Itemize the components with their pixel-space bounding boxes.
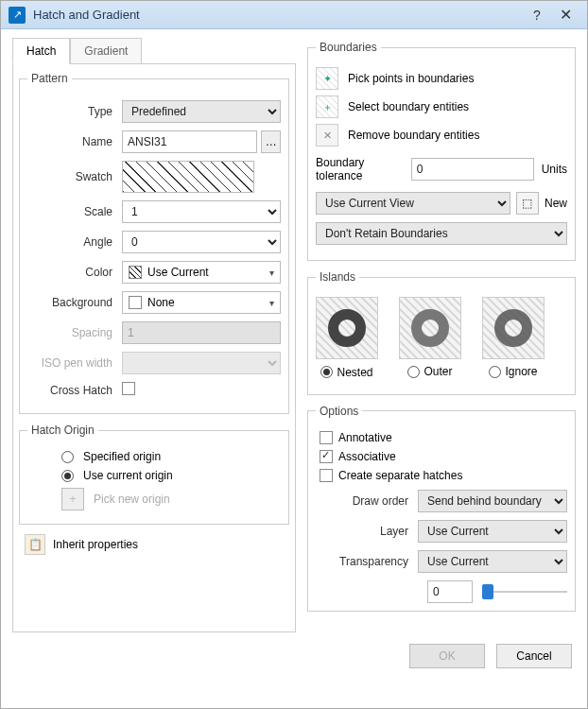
- checkbox-icon: [320, 450, 333, 463]
- radio-icon: [61, 451, 74, 463]
- app-icon: ↗: [9, 7, 26, 24]
- pick-points-icon: ✦: [316, 67, 338, 90]
- draworder-select[interactable]: Send behind boundary: [418, 490, 567, 512]
- ignore-radio[interactable]: Ignore: [489, 365, 537, 378]
- annotative-checkbox[interactable]: Annotative: [320, 431, 567, 444]
- transparency-select[interactable]: Use Current: [418, 550, 567, 573]
- spacing-input: [122, 321, 281, 344]
- crosshair-icon: +: [61, 488, 84, 510]
- boundaries-group: Boundaries ✦ Pick points in boundaries ＋…: [307, 41, 576, 261]
- options-legend: Options: [316, 405, 362, 418]
- none-swatch-icon: [129, 296, 142, 309]
- ok-button: OK: [409, 644, 485, 668]
- layer-label: Layer: [316, 525, 418, 538]
- current-origin-radio[interactable]: Use current origin: [61, 469, 281, 482]
- angle-label: Angle: [27, 235, 122, 249]
- swatch-preview[interactable]: [122, 161, 254, 193]
- outer-radio[interactable]: Outer: [407, 365, 452, 378]
- type-select[interactable]: Predefined: [122, 100, 281, 123]
- pick-points-label: Pick points in boundaries: [348, 72, 474, 85]
- name-browse-button[interactable]: …: [261, 130, 281, 153]
- cursor-icon: ⬚: [522, 197, 532, 210]
- ignore-label: Ignore: [505, 365, 537, 378]
- color-value: Use Current: [147, 266, 209, 279]
- islands-legend: Islands: [316, 270, 359, 284]
- boundary-set-select[interactable]: Use Current View: [316, 192, 510, 215]
- spacing-label: Spacing: [27, 326, 122, 339]
- outer-label: Outer: [424, 365, 452, 378]
- nested-preview: [316, 297, 378, 359]
- layer-select[interactable]: Use Current: [418, 520, 567, 543]
- radio-icon: [489, 366, 501, 378]
- name-input[interactable]: [122, 130, 257, 153]
- isopen-select: [122, 352, 281, 374]
- help-button[interactable]: ?: [523, 8, 551, 23]
- options-group: Options Annotative Associative Create se…: [307, 405, 576, 612]
- swatch-label: Swatch: [27, 170, 122, 183]
- islands-group: Islands Nested Outer Ignore: [307, 270, 576, 395]
- transparency-value-input[interactable]: [427, 580, 473, 603]
- pattern-legend: Pattern: [27, 72, 72, 85]
- remove-entities-label: Remove boundary entities: [348, 129, 479, 142]
- cancel-button[interactable]: Cancel: [496, 644, 572, 668]
- outer-preview: [399, 297, 461, 359]
- angle-select[interactable]: 0: [122, 231, 281, 253]
- hatch-swatch-icon: [129, 266, 142, 279]
- crosshatch-checkbox[interactable]: [122, 382, 135, 395]
- pick-origin-button: + Pick new origin: [61, 488, 281, 510]
- origin-legend: Hatch Origin: [27, 424, 98, 437]
- new-label: New: [545, 197, 567, 210]
- ignore-preview: [482, 297, 545, 359]
- pick-points-button[interactable]: ✦ Pick points in boundaries: [316, 67, 567, 90]
- radio-icon: [407, 366, 420, 378]
- tolerance-label: Boundary tolerance: [316, 156, 404, 182]
- separate-checkbox[interactable]: Create separate hatches: [320, 469, 567, 482]
- origin-group: Hatch Origin Specified origin Use curren…: [19, 424, 289, 525]
- color-select[interactable]: Use Current▾: [122, 261, 281, 284]
- checkbox-icon: [320, 431, 333, 444]
- current-origin-label: Use current origin: [83, 469, 173, 482]
- background-select[interactable]: None▾: [122, 291, 281, 314]
- specified-origin-label: Specified origin: [83, 450, 161, 463]
- inherit-label: Inherit properties: [53, 538, 138, 551]
- tab-gradient[interactable]: Gradient: [70, 38, 142, 64]
- select-entities-icon: ＋: [316, 95, 338, 118]
- remove-entities-button[interactable]: ✕ Remove boundary entities: [316, 124, 567, 147]
- retain-select[interactable]: Don't Retain Boundaries: [316, 222, 567, 245]
- isopen-label: ISO pen width: [27, 356, 122, 370]
- slider-track: [482, 591, 567, 593]
- specified-origin-radio[interactable]: Specified origin: [61, 450, 281, 463]
- checkbox-icon: [320, 469, 333, 482]
- close-button[interactable]: ✕: [551, 6, 579, 24]
- inherit-button[interactable]: 📋 Inherit properties: [25, 534, 289, 555]
- associative-label: Associative: [338, 450, 396, 463]
- chevron-down-icon: ▾: [269, 298, 274, 308]
- slider-thumb[interactable]: [482, 584, 493, 599]
- boundaries-legend: Boundaries: [316, 41, 381, 54]
- pick-origin-label: Pick new origin: [94, 493, 170, 506]
- background-value: None: [147, 296, 175, 309]
- transparency-label: Transparency: [316, 555, 418, 568]
- scale-select[interactable]: 1: [122, 200, 281, 223]
- inherit-icon: 📋: [25, 534, 45, 555]
- background-label: Background: [27, 296, 122, 309]
- pattern-group: Pattern Type Predefined Name … Swatch: [19, 72, 289, 414]
- annotative-label: Annotative: [338, 431, 392, 444]
- draworder-label: Draw order: [316, 494, 418, 508]
- chevron-down-icon: ▾: [269, 268, 274, 278]
- window-title: Hatch and Gradient: [33, 8, 523, 22]
- type-label: Type: [27, 105, 122, 118]
- tab-hatch[interactable]: Hatch: [12, 38, 70, 64]
- separate-label: Create separate hatches: [338, 469, 462, 482]
- select-entities-button[interactable]: ＋ Select boundary entities: [316, 95, 567, 118]
- crosshatch-label: Cross Hatch: [27, 384, 122, 397]
- transparency-slider[interactable]: [482, 582, 567, 601]
- tolerance-input[interactable]: [411, 158, 534, 181]
- nested-radio[interactable]: Nested: [320, 366, 372, 379]
- new-boundary-set-button[interactable]: ⬚: [516, 192, 539, 215]
- associative-checkbox[interactable]: Associative: [320, 450, 567, 463]
- radio-icon: [61, 470, 74, 482]
- units-label: Units: [542, 163, 567, 176]
- color-label: Color: [27, 266, 122, 279]
- select-entities-label: Select boundary entities: [348, 100, 469, 113]
